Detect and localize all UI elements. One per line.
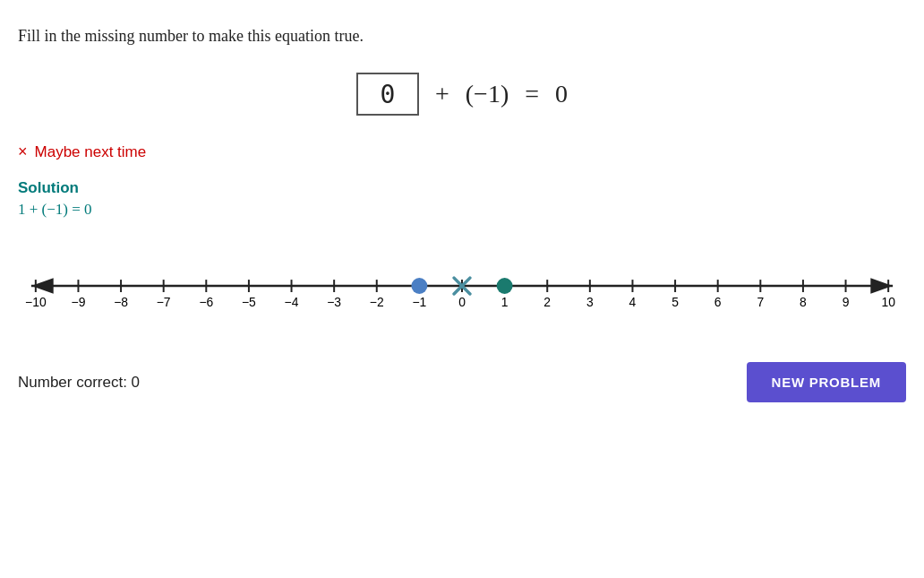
svg-text:−9: −9: [72, 295, 86, 309]
svg-text:6: 6: [714, 295, 722, 309]
new-problem-button[interactable]: NEW PROBLEM: [747, 362, 906, 402]
equals-sign: =: [525, 80, 539, 108]
answer-box[interactable]: 0: [356, 73, 419, 116]
svg-text:0: 0: [458, 295, 466, 309]
svg-text:−3: −3: [327, 295, 341, 309]
svg-text:4: 4: [629, 295, 637, 309]
equation-row: 0 + (−1) = 0: [18, 73, 906, 116]
svg-text:1: 1: [501, 295, 509, 309]
green-dot: [497, 278, 513, 294]
svg-text:9: 9: [843, 295, 850, 309]
operand: (−1): [466, 80, 509, 108]
svg-text:10: 10: [881, 295, 895, 309]
svg-text:8: 8: [800, 295, 807, 309]
svg-text:−10: −10: [25, 295, 47, 309]
svg-text:−8: −8: [114, 295, 128, 309]
bottom-bar: Number correct: 0 NEW PROBLEM: [18, 362, 906, 402]
svg-text:3: 3: [586, 295, 594, 309]
feedback-text: Maybe next time: [35, 143, 147, 161]
svg-text:5: 5: [672, 295, 679, 309]
svg-text:−6: −6: [199, 295, 213, 309]
svg-text:2: 2: [543, 295, 551, 309]
svg-text:−5: −5: [242, 295, 256, 309]
svg-text:−7: −7: [157, 295, 171, 309]
svg-text:−2: −2: [370, 295, 384, 309]
blue-dot: [411, 278, 427, 294]
svg-text:−1: −1: [412, 295, 426, 309]
solution-equation: 1 + (−1) = 0: [18, 201, 906, 219]
svg-text:−4: −4: [285, 295, 299, 309]
result: 0: [555, 80, 568, 108]
solution-section: Solution 1 + (−1) = 0: [18, 179, 906, 219]
operator: +: [435, 80, 449, 108]
number-correct: Number correct: 0: [18, 374, 140, 392]
instruction-text: Fill in the missing number to make this …: [18, 27, 906, 46]
number-line-container: 0 1 2 3 4 5 6 7 8 9 10 −1: [18, 254, 906, 326]
x-icon: ×: [18, 142, 28, 161]
svg-text:7: 7: [757, 295, 764, 309]
feedback-row: × Maybe next time: [18, 142, 906, 161]
solution-label: Solution: [18, 179, 906, 197]
number-line-svg: 0 1 2 3 4 5 6 7 8 9 10 −1: [18, 254, 906, 326]
